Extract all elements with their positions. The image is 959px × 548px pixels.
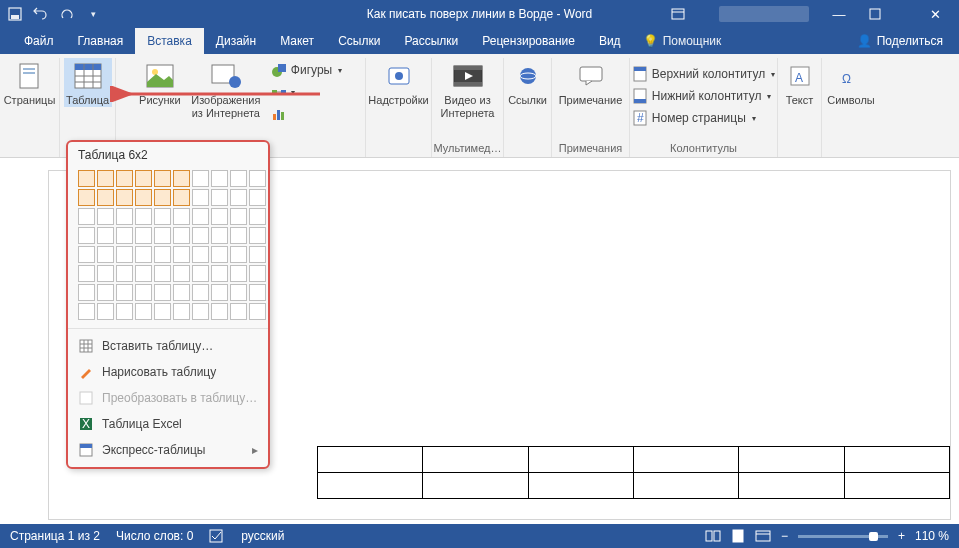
save-icon[interactable] (6, 5, 24, 23)
titlebar: ▾ Как писать поверх линии в Ворде - Word… (0, 0, 959, 28)
print-layout-icon[interactable] (731, 529, 745, 543)
zoom-in-icon[interactable]: + (898, 529, 905, 543)
window-controls: — ✕ (671, 6, 953, 22)
svg-rect-53 (80, 444, 92, 448)
links-button[interactable]: Ссылки (506, 58, 550, 107)
share-button[interactable]: 👤Поделиться (857, 34, 943, 48)
video-button[interactable]: Видео из Интернета (435, 58, 501, 119)
smartart-button[interactable]: ▾ (267, 82, 346, 102)
svg-rect-9 (75, 64, 101, 70)
comment-label: Примечание (559, 94, 623, 107)
proofing-icon[interactable] (209, 529, 225, 543)
excel-table-item[interactable]: XТаблица Excel (68, 411, 268, 437)
addins-button[interactable]: Надстройки (369, 58, 429, 107)
tell-me-label: Помощник (663, 34, 722, 48)
header-button[interactable]: Верхний колонтитул▾ (628, 64, 779, 84)
table-size-grid[interactable] (68, 168, 268, 328)
pages-button[interactable]: Страницы (6, 58, 54, 107)
svg-rect-29 (454, 66, 482, 70)
shapes-button[interactable]: Фигуры▾ (267, 60, 346, 80)
svg-rect-23 (273, 114, 276, 120)
svg-point-27 (395, 72, 403, 80)
text-button[interactable]: AТекст (780, 58, 820, 107)
svg-rect-37 (634, 99, 646, 103)
chevron-right-icon: ▸ (252, 443, 258, 457)
tab-design[interactable]: Дизайн (204, 28, 268, 54)
tab-insert[interactable]: Вставка (135, 28, 204, 54)
web-layout-icon[interactable] (755, 530, 771, 542)
tab-file[interactable]: Файл (12, 28, 66, 54)
zoom-out-icon[interactable]: − (781, 529, 788, 543)
svg-rect-33 (580, 67, 602, 81)
insert-table-item[interactable]: Вставить таблицу… (68, 333, 268, 359)
links-label: Ссылки (508, 94, 547, 107)
tell-me[interactable]: 💡Помощник (643, 34, 722, 48)
addins-icon (383, 60, 415, 92)
inserted-table[interactable] (317, 446, 950, 499)
header-icon (632, 66, 648, 82)
tab-layout[interactable]: Макет (268, 28, 326, 54)
tab-references[interactable]: Ссылки (326, 28, 392, 54)
page-icon (14, 60, 46, 92)
svg-rect-54 (210, 530, 222, 542)
undo-icon[interactable] (32, 5, 50, 23)
excel-table-label: Таблица Excel (102, 417, 182, 431)
table-button[interactable]: Таблица (64, 58, 112, 107)
text-icon: A (784, 60, 816, 92)
svg-rect-57 (733, 530, 743, 542)
insert-table-label: Вставить таблицу… (102, 339, 213, 353)
zoom-level[interactable]: 110 % (915, 529, 949, 543)
share-label: Поделиться (877, 34, 943, 48)
status-language[interactable]: русский (241, 529, 284, 543)
page-number-button[interactable]: #Номер страницы▾ (628, 108, 779, 128)
svg-rect-5 (20, 64, 38, 88)
status-words[interactable]: Число слов: 0 (116, 529, 193, 543)
svg-rect-49 (80, 392, 92, 404)
convert-table-label: Преобразовать в таблицу… (102, 391, 257, 405)
quick-tables-icon (78, 442, 94, 458)
svg-point-31 (520, 68, 536, 84)
comment-icon (575, 60, 607, 92)
svg-point-15 (152, 69, 158, 75)
table-icon (72, 60, 104, 92)
redo-icon[interactable] (58, 5, 76, 23)
svg-text:#: # (637, 111, 644, 125)
svg-rect-44 (80, 340, 92, 352)
user-account[interactable] (719, 6, 809, 22)
online-pictures-button[interactable]: Изображения из Интернета (187, 58, 265, 119)
svg-rect-20 (272, 90, 277, 95)
quick-tables-label: Экспресс-таблицы (102, 443, 205, 457)
window-title: Как писать поверх линии в Ворде - Word (367, 7, 593, 21)
status-page[interactable]: Страница 1 из 2 (10, 529, 100, 543)
media-group-label: Мультимед… (434, 142, 502, 157)
symbols-button[interactable]: ΩСимволы (824, 58, 878, 107)
draw-table-item[interactable]: Нарисовать таблицу (68, 359, 268, 385)
read-mode-icon[interactable] (705, 530, 721, 542)
ribbon-options-icon[interactable] (671, 8, 707, 20)
svg-rect-55 (706, 531, 712, 541)
shapes-icon (271, 62, 287, 78)
footer-button[interactable]: Нижний колонтитул▾ (628, 86, 779, 106)
tab-home[interactable]: Главная (66, 28, 136, 54)
qat-more-icon[interactable]: ▾ (84, 5, 102, 23)
zoom-slider[interactable] (798, 535, 888, 538)
pictures-button[interactable]: Рисунки (135, 58, 185, 107)
quick-tables-item[interactable]: Экспресс-таблицы▸ (68, 437, 268, 463)
text-label: Текст (786, 94, 814, 107)
draw-table-label: Нарисовать таблицу (102, 365, 216, 379)
close-icon[interactable]: ✕ (917, 7, 953, 22)
comment-button[interactable]: Примечание (555, 58, 627, 107)
ribbon-tabs: Файл Главная Вставка Дизайн Макет Ссылки… (0, 28, 959, 54)
header-label: Верхний колонтитул (652, 67, 765, 81)
tab-view[interactable]: Вид (587, 28, 633, 54)
chart-button[interactable] (267, 104, 346, 124)
tab-review[interactable]: Рецензирование (470, 28, 587, 54)
maximize-icon[interactable] (869, 8, 905, 20)
group-links: Ссылки (504, 58, 552, 157)
minimize-icon[interactable]: — (821, 7, 857, 22)
quick-access-toolbar: ▾ (6, 5, 102, 23)
addins-label: Надстройки (368, 94, 428, 107)
svg-rect-56 (714, 531, 720, 541)
tab-mailings[interactable]: Рассылки (392, 28, 470, 54)
lightbulb-icon: 💡 (643, 34, 658, 48)
